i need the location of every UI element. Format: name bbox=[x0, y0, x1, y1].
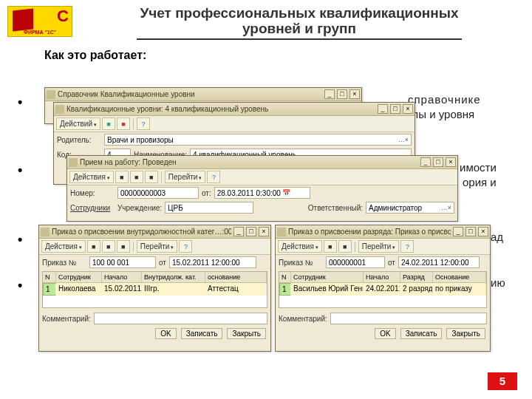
toolbar-btn[interactable]: ■ bbox=[324, 240, 337, 253]
comment-field[interactable] bbox=[94, 313, 267, 324]
employees-grid[interactable]: N Сотрудник Начало Внутридолж. кат. осно… bbox=[42, 271, 267, 308]
close-button[interactable]: × bbox=[478, 227, 488, 236]
window-icon bbox=[277, 228, 286, 236]
field-label-comment: Комментарий: bbox=[279, 315, 327, 323]
maximize-button[interactable]: □ bbox=[337, 89, 347, 99]
toolbar: Действия ■ ■ ■ Перейти ? bbox=[67, 169, 457, 185]
goto-dropdown[interactable]: Перейти bbox=[165, 171, 206, 183]
minimize-button[interactable]: _ bbox=[378, 104, 388, 114]
actions-dropdown[interactable]: Действия bbox=[41, 240, 86, 253]
save-button[interactable]: Записать bbox=[400, 328, 443, 339]
close-button[interactable]: × bbox=[446, 157, 456, 167]
actions-dropdown[interactable]: Действия bbox=[278, 240, 322, 253]
minimize-button[interactable]: _ bbox=[233, 227, 244, 236]
grid-row[interactable]: 1 Николаева 15.02.2011 IIIгр. Аттестац bbox=[43, 283, 267, 296]
bg-text: ию bbox=[491, 276, 505, 289]
maximize-button[interactable]: □ bbox=[390, 104, 400, 114]
close-button[interactable]: Закрыть bbox=[227, 328, 266, 339]
help-button[interactable]: ? bbox=[400, 240, 414, 253]
tab-employees[interactable]: Сотрудники bbox=[70, 204, 115, 212]
separator bbox=[355, 242, 355, 252]
field-label-org: Учреждение: bbox=[117, 204, 162, 212]
parent-field[interactable]: Врачи и провизоры…× bbox=[104, 134, 412, 146]
toolbar-btn[interactable]: ■ bbox=[87, 240, 100, 253]
close-button[interactable]: × bbox=[403, 104, 413, 114]
date-field[interactable]: 28.03.2011 0:30:00📅 bbox=[214, 187, 310, 199]
bg-text: справочнике bbox=[408, 93, 481, 106]
window-title: Прием на работу: Проведен bbox=[80, 158, 418, 166]
logo-letter: С bbox=[57, 8, 69, 24]
minimize-button[interactable]: _ bbox=[324, 89, 335, 99]
bullet: • bbox=[18, 163, 22, 178]
toolbar-btn[interactable]: ■ bbox=[117, 117, 130, 130]
actions-dropdown[interactable]: Действий bbox=[56, 117, 100, 130]
number-field[interactable]: 00000000003 bbox=[117, 187, 199, 199]
ok-button[interactable]: OK bbox=[155, 328, 176, 339]
responsible-field[interactable]: Администратор…× bbox=[366, 202, 454, 214]
separator bbox=[161, 172, 162, 183]
maximize-button[interactable]: □ bbox=[433, 157, 443, 167]
toolbar-btn[interactable]: ■ bbox=[338, 240, 352, 253]
grid-header: Внутридолж. кат. bbox=[142, 272, 205, 282]
page-title-line2: уровней и групп bbox=[242, 21, 356, 36]
bg-text: ад bbox=[491, 231, 503, 243]
date-field[interactable]: 24.02.2011 12:00:00 bbox=[398, 256, 480, 268]
window-order-category: Приказ о присвоении внутридолжностной ка… bbox=[38, 225, 271, 352]
grid-header: N bbox=[43, 272, 56, 282]
minimize-button[interactable]: _ bbox=[453, 227, 463, 236]
toolbar-btn[interactable]: ■ bbox=[145, 171, 158, 183]
brand-text: ФИРМА "1С" bbox=[8, 30, 72, 35]
window-icon bbox=[47, 90, 55, 99]
comment-field[interactable] bbox=[330, 313, 487, 324]
order-number-field[interactable]: 100 00 001 bbox=[89, 256, 156, 268]
save-button[interactable]: Записать bbox=[181, 328, 223, 339]
separator bbox=[133, 119, 134, 129]
grid-header: N bbox=[279, 272, 291, 282]
rank-grid[interactable]: N Сотрудник Начало Разряд Основание 1 Ва… bbox=[279, 271, 487, 308]
help-button[interactable]: ? bbox=[137, 117, 150, 130]
field-label-date: от bbox=[159, 259, 166, 267]
actions-dropdown[interactable]: Действия bbox=[69, 171, 114, 183]
window-title: Приказ о присвоении внутридолжностной ка… bbox=[52, 228, 231, 236]
grid-row[interactable]: 1 Васильев Юрий Геннадьевич 24.02.2011 2… bbox=[279, 283, 486, 296]
minimize-button[interactable]: _ bbox=[420, 157, 431, 167]
window-title: Справочник Квалификационные уровни bbox=[58, 90, 322, 98]
logo-cube-icon bbox=[13, 9, 33, 32]
page-title-line1: Учет профессиональных квалификационных bbox=[140, 5, 458, 21]
goto-dropdown[interactable]: Перейти bbox=[137, 240, 178, 253]
toolbar-btn[interactable]: ■ bbox=[102, 240, 115, 253]
grid-header: основание bbox=[205, 272, 267, 282]
org-field[interactable]: ЦРБ bbox=[165, 202, 253, 214]
toolbar-btn[interactable]: ■ bbox=[102, 117, 115, 130]
bullet: • bbox=[18, 95, 22, 110]
grid-header: Начало bbox=[364, 272, 400, 282]
button-bar: OK Записать Закрыть bbox=[276, 326, 490, 342]
bullet: • bbox=[18, 278, 22, 293]
toolbar-btn[interactable]: ■ bbox=[115, 171, 129, 183]
field-label-ordernum: Приказ № bbox=[42, 259, 86, 267]
bg-text: ппы и уровня bbox=[406, 108, 474, 120]
field-label-date: от: bbox=[202, 189, 211, 197]
button-bar: OK Записать Закрыть bbox=[39, 326, 270, 342]
page-subtitle: Как это работает: bbox=[44, 49, 146, 62]
ok-button[interactable]: OK bbox=[375, 328, 395, 339]
date-field[interactable]: 15.02.2011 12:00:00 bbox=[169, 256, 256, 268]
close-button[interactable]: × bbox=[259, 227, 269, 236]
close-button[interactable]: × bbox=[349, 89, 360, 99]
field-label-ordernum: Приказ № bbox=[279, 259, 323, 267]
maximize-button[interactable]: □ bbox=[466, 227, 476, 236]
toolbar: Действия ■ ■ Перейти ? bbox=[276, 239, 490, 255]
window-title: Квалификационные уровни: 4 квалификацион… bbox=[66, 105, 375, 113]
window-icon bbox=[69, 158, 78, 167]
brand-logo: С ФИРМА "1С" bbox=[7, 6, 72, 37]
help-button[interactable]: ? bbox=[207, 171, 220, 183]
help-button[interactable]: ? bbox=[179, 240, 192, 253]
toolbar-btn[interactable]: ■ bbox=[130, 171, 143, 183]
goto-dropdown[interactable]: Перейти bbox=[358, 240, 400, 253]
toolbar-btn[interactable]: ■ bbox=[117, 240, 130, 253]
close-button[interactable]: Закрыть bbox=[446, 328, 485, 339]
order-number-field[interactable]: 000000001 bbox=[326, 256, 385, 268]
bg-text: ория и bbox=[463, 176, 497, 188]
window-employment: Прием на работу: Проведен _ □ × Действия… bbox=[66, 155, 458, 222]
maximize-button[interactable]: □ bbox=[246, 227, 256, 236]
